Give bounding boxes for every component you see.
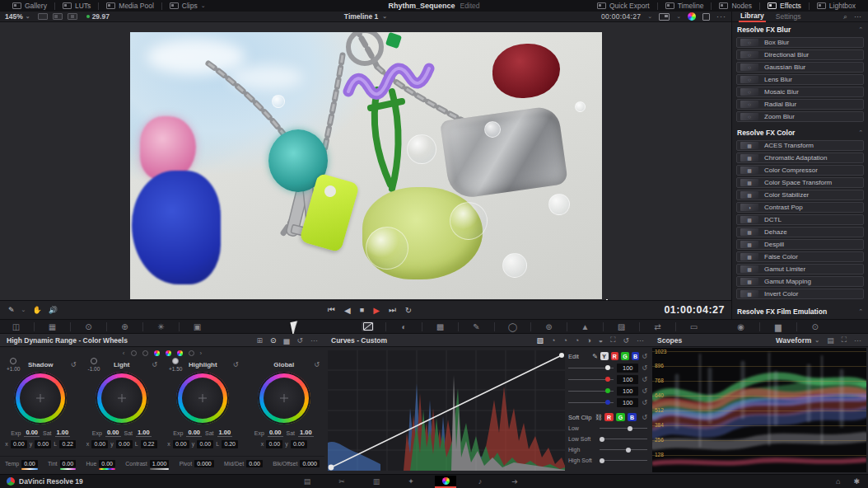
effect-item-mosaic-blur[interactable]: ◌ Mosaic Blur [736,87,864,97]
section-header-color[interactable]: Resolve FX Color ⌃ [732,125,868,138]
effect-item-chromatic-adaptation[interactable]: ▩ Chromatic Adaptation [736,152,864,163]
color-ring[interactable] [14,372,67,425]
timeline-button[interactable]: Timeline [658,0,712,12]
l-value[interactable]: 0.22 [141,440,157,448]
pager-dot[interactable] [154,350,160,356]
exp-value[interactable]: 0.00 [24,429,40,437]
param-value[interactable]: 1.000 [150,460,170,467]
gallery-button[interactable]: Gallery [5,0,54,12]
link-channels-icon[interactable]: ✎ [592,353,598,360]
scope-settings-icon[interactable]: ▤ [827,336,834,345]
play-reverse-button[interactable]: ◀ [344,306,351,315]
page-cut[interactable]: ✂ [331,476,352,488]
channel-y-button[interactable]: Y [600,352,609,360]
lightbox-button[interactable]: Lightbox [810,0,863,12]
param-value[interactable]: 0.00 [246,460,263,467]
x-value[interactable]: 0.00 [173,440,189,448]
gain-slider-b[interactable]: 100 ↺ [568,396,647,408]
exp-value[interactable]: 0.00 [268,429,283,437]
soft-slider-low-soft[interactable]: Low Soft [568,434,647,444]
panel-options-menu[interactable]: ··· [637,336,644,345]
stop-button[interactable]: ■ [360,306,364,314]
zone-icon[interactable] [10,358,16,364]
video-frame[interactable] [130,32,602,299]
timeline-select[interactable]: Timeline 1 ⌄ [344,12,387,21]
quick-export-button[interactable]: Quick Export [590,0,657,12]
luts-button[interactable]: LUTs [55,0,98,12]
soft-slider-high-soft[interactable]: High Soft [568,455,647,466]
settings-gear-icon[interactable]: ✱ [853,477,860,486]
pager-dot[interactable] [142,350,148,356]
media-pool-button[interactable]: Media Pool [99,0,161,12]
gain-value[interactable]: 100 [617,375,638,384]
nodes-button[interactable]: Nodes [712,0,759,12]
custom-curve-icon[interactable]: ▧ [536,336,544,345]
reset-icon[interactable]: ↺ [642,364,647,372]
expand-viewer-icon[interactable] [702,13,710,21]
clips-button[interactable]: Clips ⌄ [162,0,213,12]
channel-r-button[interactable]: R [611,352,619,360]
effect-item-directional-blur[interactable]: ◌ Directional Blur [736,49,864,60]
bypass-grades-icon[interactable]: ◉ [737,322,744,331]
sat-value[interactable]: 1.00 [136,429,152,437]
color-wheels-palette-icon[interactable]: ⊙ [82,321,95,331]
sat-value[interactable]: 1.00 [298,429,314,437]
effect-item-box-blur[interactable]: ◌ Box Blur [736,37,864,48]
color-match-palette-icon[interactable]: ▦ [46,321,58,331]
reset-icon[interactable]: ↺ [642,376,647,383]
hue-vs-hue-icon[interactable]: ◔ [551,336,555,345]
data-burn-icon[interactable]: ⊙ [812,322,819,331]
annotate-tool-icon[interactable]: ✎ [8,306,15,314]
tab-library[interactable]: Library [739,11,766,22]
l-value[interactable]: 0.20 [222,440,238,448]
effect-item-dehaze[interactable]: ▩ Dehaze [736,227,864,237]
search-icon[interactable]: ⌕ [843,12,847,21]
reset-icon[interactable]: ↺ [296,336,303,345]
zoom-select[interactable]: 145% ⌄ [0,12,35,21]
effect-item-contrast-pop[interactable]: ◑ Contrast Pop [736,202,864,213]
param-value[interactable]: 0.00 [99,460,115,467]
channel-g-button[interactable]: G [621,352,629,360]
gain-slider-g[interactable]: 100 ↺ [568,385,647,396]
section-header-film-emulation[interactable]: Resolve FX Film Emulation ⌃ [732,304,868,317]
effect-item-gamut-limiter[interactable]: ▩ Gamut Limiter [736,264,864,274]
reset-icon[interactable]: ↺ [642,414,647,421]
effect-item-color-stabilizer[interactable]: ▩ Color Stabilizer [736,190,864,200]
reset-icon[interactable]: ↺ [152,361,157,368]
effect-item-false-color[interactable]: ▩ False Color [736,251,864,262]
pager-next-icon[interactable]: › [200,350,203,357]
reset-icon[interactable]: ↺ [642,353,647,360]
scope-mode-select[interactable]: Waveform⌄ [776,336,819,345]
gain-value[interactable]: 100 [617,364,638,373]
reset-icon[interactable]: ↺ [642,387,647,395]
camera-raw-palette-icon[interactable]: ◫ [10,321,22,331]
effect-item-color-compressor[interactable]: ▩ Color Compressor [736,165,864,176]
pager-prev-icon[interactable]: ‹ [123,350,125,357]
page-media[interactable]: ▤ [296,476,318,488]
color-warper-palette-icon[interactable]: ◐ [398,321,410,331]
reset-icon[interactable]: ↺ [314,361,320,368]
effects-button[interactable]: Effects [760,0,809,12]
page-color[interactable] [435,476,456,488]
effect-item-gaussian-blur[interactable]: ◌ Gaussian Blur [736,62,864,73]
qualifier-palette-icon[interactable]: ▩ [434,321,446,331]
reset-icon[interactable]: ↺ [71,361,77,368]
target-icon[interactable]: ⊙ [270,336,277,345]
add-zone-icon[interactable]: ⊞ [256,336,263,345]
motion-effects-palette-icon[interactable]: ▣ [191,321,203,331]
tab-settings[interactable]: Settings [774,12,803,21]
zone-icon[interactable] [91,358,97,364]
param-value[interactable]: 0.00 [60,460,77,467]
link-channels-icon[interactable]: ⛓ [595,414,602,421]
effect-item-lens-blur[interactable]: ◌ Lens Blur [736,74,864,85]
magic-mask-palette-icon[interactable]: ▲ [579,321,591,331]
hdr-wheels-palette-icon[interactable]: ⊕ [119,321,131,331]
effect-item-dctl[interactable]: ▩ DCTL [736,214,864,225]
reset-icon[interactable]: ↺ [233,361,239,368]
effect-item-despill[interactable]: ▩ Despill [736,239,864,250]
skip-start-button[interactable]: ⏮ [328,305,335,315]
pager-dot[interactable] [166,350,171,356]
exp-value[interactable]: 0.00 [186,429,202,437]
sat-value[interactable]: 1.00 [217,429,233,437]
channel-b-button[interactable]: B [632,352,640,360]
